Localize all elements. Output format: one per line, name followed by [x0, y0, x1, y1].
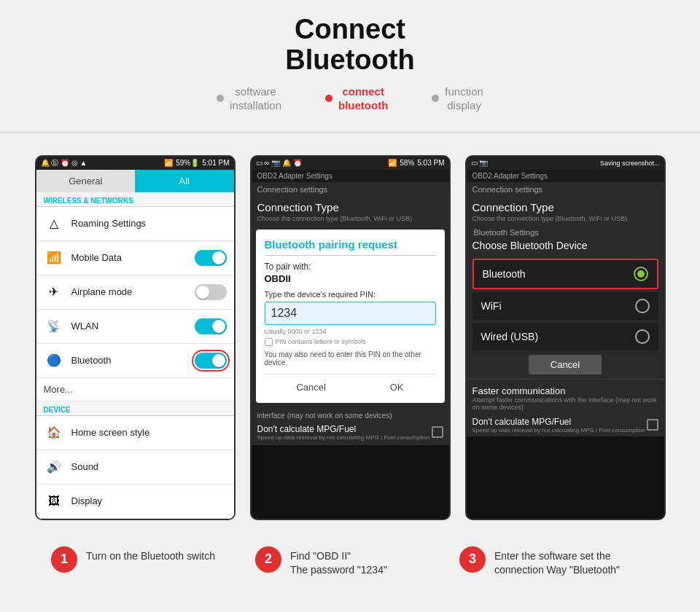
wired-radio[interactable]: [635, 329, 650, 344]
bt-pair-to: To pair with:: [265, 262, 436, 272]
sound-icon: 🔊: [44, 457, 64, 477]
bt-pairing-dialog: Bluetooth pairing request To pair with: …: [256, 230, 445, 403]
caption-num-2: 2: [255, 546, 281, 573]
phone2-conn-type: Connection Type Choose the connection ty…: [252, 197, 449, 225]
phone3-status-icons: ▭ 📷: [471, 159, 489, 167]
step3-dot: [432, 95, 439, 102]
bt-choose-label: Choose Bluetooth Device: [472, 240, 658, 251]
cancel-button[interactable]: Cancel: [529, 355, 602, 374]
phone3-conn-settings: Connection settings: [467, 182, 664, 197]
phone2-status-icons: ▭ ∞ 📷 🔔 ⏰: [256, 159, 302, 167]
settings-item-sound[interactable]: 🔊 Sound: [36, 450, 234, 484]
dont-calc-checkbox[interactable]: [432, 426, 443, 438]
caption-num-1: 1: [51, 546, 77, 573]
phone1-screen: General All WIRELESS & NETWORKS △ Roamin…: [36, 170, 234, 519]
airplane-label: Airplane mode: [71, 286, 187, 297]
phone2-screen: OBD2 Adapter Settings Connection setting…: [252, 170, 449, 445]
step3-label: function display: [445, 85, 483, 113]
step2-label: connect bluetooth: [338, 85, 388, 113]
phone3-conn-type: Connection Type Choose the connection ty…: [467, 197, 664, 225]
step1-dot: [217, 95, 224, 102]
captions: 1 Turn on the Bluetooth switch 2 Find "O…: [0, 535, 700, 592]
tab-general[interactable]: General: [36, 170, 136, 192]
conn-option-wired[interactable]: Wired (USB): [472, 323, 658, 350]
settings-item-home[interactable]: 🏠 Home screen style: [36, 416, 234, 450]
bluetooth-radio[interactable]: [634, 267, 648, 281]
settings-more[interactable]: More...: [36, 378, 234, 401]
caption-num-3: 3: [459, 546, 486, 573]
steps-nav: software installation connect bluetooth …: [0, 76, 700, 125]
page-title: Connect Bluetooth: [0, 15, 700, 76]
settings-item-display[interactable]: 🖼 Display: [36, 484, 234, 519]
bt-pin-hint: Usually 0000 or 1234: [265, 328, 436, 335]
tab-all[interactable]: All: [135, 170, 234, 192]
cancel-row: Cancel: [467, 355, 664, 374]
bt-settings-label: Bluetooth Settings: [472, 228, 658, 237]
wireless-section-label: WIRELESS & NETWORKS: [36, 192, 234, 207]
conn-option-wifi[interactable]: WiFi: [472, 292, 658, 320]
sound-label: Sound: [71, 461, 227, 472]
phone1-status-bar: 🔔 ⓑ ⏰ ◎ ▲ 📶59%🔋 5:01 PM: [36, 157, 234, 170]
dont-calc-sub: Speed up data retrieval by not calculati…: [472, 427, 645, 434]
settings-item-airplane[interactable]: ✈ Airplane mode: [36, 275, 234, 310]
dont-calc-section: Don't calculate MPG/Fuel Speed up data r…: [467, 414, 664, 436]
wifi-radio[interactable]: [635, 299, 650, 313]
conn-options-list: Bluetooth WiFi Wired (USB): [467, 259, 664, 350]
symbols-checkbox[interactable]: [265, 338, 273, 346]
phone2-status-right: 📶58% 5:03 PM: [388, 159, 444, 167]
step-function-display: function display: [432, 85, 483, 113]
bt-ok-button[interactable]: OK: [376, 380, 419, 394]
faster-comm-sub: Attempt faster communications with the i…: [472, 396, 658, 411]
device-section-label: DEVICE: [36, 401, 234, 416]
airplane-icon: ✈: [44, 282, 64, 302]
dont-calc-sublabel: Speed up data retrieval by not calculati…: [257, 434, 430, 441]
mobile-data-toggle[interactable]: [195, 250, 227, 266]
display-label: Display: [71, 495, 227, 506]
bt-pin-input[interactable]: 1234: [265, 302, 436, 325]
settings-item-roaming[interactable]: △ Roaming Settings: [36, 207, 234, 241]
phone3-mockup: ▭ 📷 Saving screenshot... OBD2 Adapter Se…: [465, 155, 666, 520]
bt-pair-device: OBDII: [265, 273, 436, 284]
dont-calc-text: Don't calculate MPG/Fuel: [472, 417, 645, 427]
dont-calc-check[interactable]: [647, 419, 658, 431]
bt-cancel-button[interactable]: Cancel: [281, 380, 340, 394]
caption-text-1: Turn on the Bluetooth switch: [86, 546, 215, 564]
mobile-data-icon: 📶: [44, 248, 64, 268]
settings-item-bluetooth[interactable]: 🔵 Bluetooth: [36, 344, 234, 378]
main-content: 🔔 ⓑ ⏰ ◎ ▲ 📶59%🔋 5:01 PM General All WIRE…: [0, 133, 700, 535]
phone2-status-bar: ▭ ∞ 📷 🔔 ⏰ 📶58% 5:03 PM: [252, 157, 449, 170]
obd2-header: OBD2 Adapter Settings: [252, 170, 449, 182]
caption-1: 1 Turn on the Bluetooth switch: [51, 546, 241, 578]
roaming-label: Roaming Settings: [71, 218, 227, 229]
wlan-icon: 📡: [44, 316, 64, 337]
bt-pairing-title: Bluetooth pairing request: [265, 238, 436, 256]
dont-calc-row: Don't calculate MPG/Fuel Speed up data r…: [257, 424, 443, 441]
header: Connect Bluetooth software installation …: [0, 0, 700, 132]
interface-note: interface (may not work on some devices): [257, 412, 443, 420]
phone3-status-bar: ▭ 📷 Saving screenshot...: [467, 157, 664, 170]
home-label: Home screen style: [71, 427, 227, 438]
phone3-bt-settings: Bluetooth Settings Choose Bluetooth Devi…: [467, 225, 664, 259]
phone3-conn-type-title: Connection Type: [472, 201, 658, 213]
conn-option-bluetooth[interactable]: Bluetooth: [472, 259, 658, 289]
step-software-installation: software installation: [217, 85, 281, 113]
airplane-toggle[interactable]: [195, 284, 227, 300]
mobile-data-label: Mobile Data: [71, 252, 187, 263]
bt-pin-label: Type the device's required PIN:: [265, 290, 436, 299]
phone2-conn-type-title: Connection Type: [257, 201, 443, 213]
caption-text-2: Find "OBD II" The password "1234": [290, 546, 387, 578]
step-connect-bluetooth: connect bluetooth: [325, 85, 388, 113]
bt-also-enter: You may also need to enter this PIN on t…: [265, 350, 436, 366]
settings-item-wlan[interactable]: 📡 WLAN: [36, 310, 234, 344]
faster-comm: Faster communication Attempt faster comm…: [467, 382, 664, 414]
phone3-obd-header: OBD2 Adapter Settings: [467, 170, 664, 182]
faster-comm-title: Faster communication: [472, 385, 658, 396]
caption-text-3: Enter the software set the connection Wa…: [494, 546, 649, 578]
phone3-conn-type-sub: Choose the connection type (Bluetooth, W…: [472, 215, 658, 222]
bluetooth-toggle[interactable]: [195, 353, 227, 369]
wlan-toggle[interactable]: [195, 318, 227, 334]
wlan-label: WLAN: [71, 321, 187, 332]
phone1-status-right: 📶59%🔋 5:01 PM: [164, 159, 229, 167]
settings-item-mobile-data[interactable]: 📶 Mobile Data: [36, 241, 234, 275]
display-icon: 🖼: [44, 491, 64, 511]
